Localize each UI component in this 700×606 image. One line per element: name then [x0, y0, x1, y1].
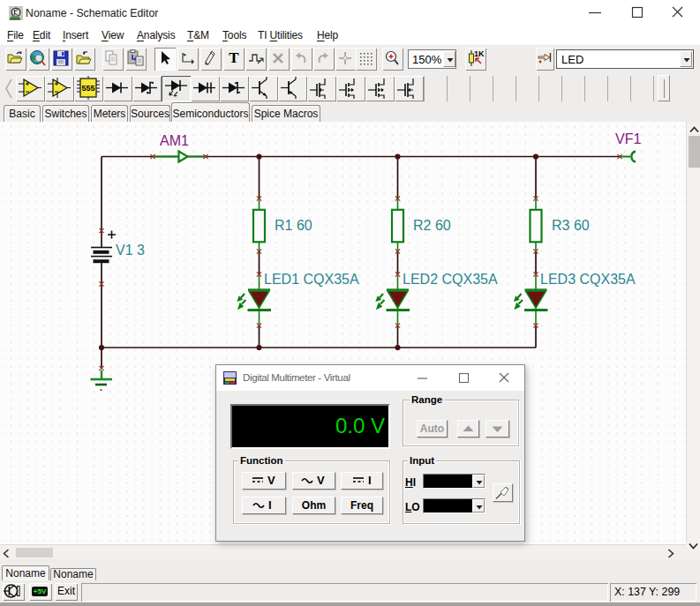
svg-text:VF1: VF1 — [615, 131, 641, 146]
svg-text:LED3 CQX35A: LED3 CQX35A — [540, 272, 636, 287]
svg-text:V: V — [317, 474, 325, 487]
svg-text:I: I — [368, 474, 372, 487]
svg-text:V1 3: V1 3 — [116, 243, 145, 258]
svg-text:I: I — [268, 498, 272, 512]
svg-text:AM1: AM1 — [160, 133, 189, 148]
svg-text:V: V — [267, 474, 275, 487]
svg-text:R1 60: R1 60 — [275, 218, 312, 233]
svg-text:LED1 CQX35A: LED1 CQX35A — [264, 272, 359, 287]
svg-text:LED2 CQX35A: LED2 CQX35A — [403, 272, 498, 287]
svg-text:R3 60: R3 60 — [552, 218, 590, 233]
svg-text:1K: 1K — [474, 49, 485, 58]
svg-text:R2 60: R2 60 — [413, 218, 451, 233]
svg-text:555: 555 — [81, 84, 94, 93]
